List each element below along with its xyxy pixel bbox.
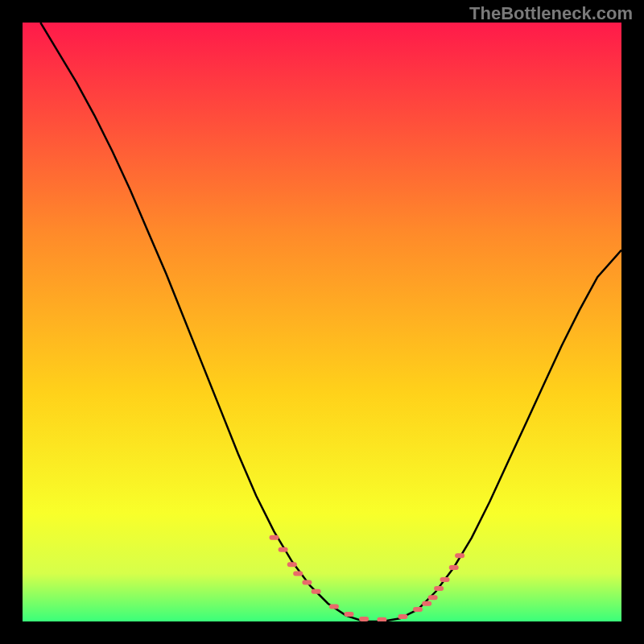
highlight-dot: [449, 565, 459, 570]
highlight-dot: [398, 614, 407, 619]
highlight-dot: [345, 612, 354, 617]
highlight-dot: [270, 535, 279, 540]
watermark-text: TheBottleneck.com: [469, 3, 633, 24]
plot-area: [23, 23, 621, 621]
highlight-dot: [293, 572, 303, 576]
highlight-dot: [434, 586, 444, 591]
gradient-bg: [23, 23, 621, 621]
highlight-dot: [329, 604, 339, 609]
highlight-dot: [312, 589, 321, 594]
chart-svg: [23, 23, 621, 621]
highlight-dot: [377, 617, 386, 621]
highlight-dot: [413, 607, 423, 612]
highlight-dot: [287, 562, 297, 567]
highlight-dot: [359, 617, 369, 621]
chart-container: TheBottleneck.com: [0, 0, 644, 644]
highlight-dot: [302, 580, 312, 585]
highlight-dot: [279, 547, 288, 552]
highlight-dot: [455, 553, 464, 558]
highlight-dot: [428, 595, 438, 600]
highlight-dot: [422, 601, 431, 606]
highlight-dot: [440, 577, 450, 582]
